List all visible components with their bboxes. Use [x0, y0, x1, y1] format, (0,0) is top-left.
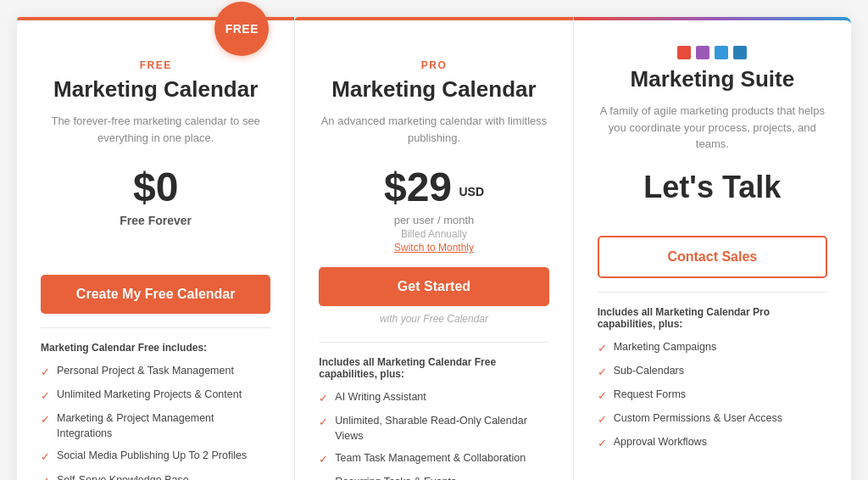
pro-card: PRO Marketing Calendar An advanced marke… [295, 17, 573, 480]
feature-text: Self-Serve Knowledge Base [57, 473, 189, 480]
check-icon: ✓ [319, 476, 328, 480]
free-card: FREE FREE Marketing Calendar The forever… [17, 17, 295, 480]
check-icon: ✓ [598, 341, 607, 356]
feature-list-pro: ✓ AI Writing Assistant ✓ Unlimited, Shar… [319, 390, 548, 480]
feature-text: Unlimited, Sharable Read-Only Calendar V… [335, 414, 548, 444]
check-icon: ✓ [41, 474, 50, 480]
plan-name-free: Marketing Calendar [41, 76, 270, 103]
price-label-free: Free Forever [41, 214, 270, 227]
feature-item: ✓ Social Media Publishing Up To 2 Profil… [41, 449, 270, 465]
plan-name-pro: Marketing Calendar [319, 76, 548, 103]
price-period-pro: per user / month [319, 214, 548, 226]
price-section-free: $0 [41, 164, 270, 210]
suite-dot-blue [715, 46, 728, 59]
divider-pro [319, 342, 548, 343]
feature-item: ✓ Approval Workflows [598, 435, 827, 451]
check-icon: ✓ [319, 415, 328, 430]
feature-item: ✓ Sub-Calendars [598, 364, 827, 380]
feature-item: ✓ Marketing Campaigns [598, 340, 827, 356]
feature-item: ✓ Marketing & Project Management Integra… [41, 411, 270, 441]
feature-item: ✓ Recurring Tasks & Events [319, 475, 548, 480]
pro-cta-button[interactable]: Get Started [319, 267, 548, 306]
features-title-suite: Includes all Marketing Calendar Pro capa… [598, 306, 827, 330]
feature-list-suite: ✓ Marketing Campaigns ✓ Sub-Calendars ✓ … [598, 340, 827, 452]
lets-talk: Let's Talk [598, 170, 827, 205]
check-icon: ✓ [598, 388, 607, 404]
feature-item: ✓ Request Forms [598, 388, 827, 404]
feature-item: ✓ Unlimited, Sharable Read-Only Calendar… [319, 414, 548, 444]
suite-icons [598, 46, 827, 59]
check-icon: ✓ [598, 365, 607, 380]
feature-item: ✓ Team Task Management & Collaboration [319, 451, 548, 467]
plan-type-free: FREE [41, 59, 270, 71]
feature-text: Social Media Publishing Up To 2 Profiles [57, 449, 247, 464]
plan-type-pro: PRO [319, 59, 548, 71]
check-icon: ✓ [41, 388, 50, 404]
plan-description-free: The forever-free marketing calendar to s… [41, 113, 270, 147]
feature-text: Marketing & Project Management Integrati… [57, 411, 270, 441]
pro-cta-subtitle: with your Free Calendar [319, 313, 548, 325]
features-title-free: Marketing Calendar Free includes: [41, 342, 270, 354]
feature-item: ✓ AI Writing Assistant [319, 390, 548, 406]
suite-card: Marketing Suite A family of agile market… [574, 17, 851, 480]
price-section-pro: $29 USD [319, 164, 548, 210]
feature-text: Recurring Tasks & Events [335, 475, 456, 480]
feature-item: ✓ Unlimited Marketing Projects & Content [41, 388, 270, 404]
feature-text: Marketing Campaigns [614, 340, 717, 355]
check-icon: ✓ [41, 449, 50, 465]
feature-item: ✓ Personal Project & Task Management [41, 364, 270, 380]
check-icon: ✓ [41, 365, 50, 380]
free-cta-button[interactable]: Create My Free Calendar [41, 275, 270, 314]
pricing-container: FREE FREE Marketing Calendar The forever… [17, 17, 851, 480]
suite-dot-purple [696, 46, 709, 59]
free-badge: FREE [214, 2, 269, 56]
feature-text: Request Forms [614, 388, 686, 403]
feature-text: Unlimited Marketing Projects & Content [57, 388, 242, 403]
check-icon: ✓ [598, 412, 607, 427]
suite-dot-darkblue [733, 46, 747, 59]
suite-cta-button[interactable]: Contact Sales [598, 236, 827, 278]
suite-dot-red [677, 46, 691, 59]
feature-text: Approval Workflows [614, 435, 707, 450]
feature-text: Sub-Calendars [614, 364, 684, 379]
divider-free [41, 327, 270, 328]
plan-description-suite: A family of agile marketing products tha… [598, 103, 827, 153]
features-title-pro: Includes all Marketing Calendar Free cap… [319, 356, 548, 380]
feature-text: AI Writing Assistant [335, 390, 426, 405]
feature-list-free: ✓ Personal Project & Task Management ✓ U… [41, 364, 270, 480]
feature-text: Team Task Management & Collaboration [335, 451, 526, 466]
feature-item: ✓ Self-Serve Knowledge Base [41, 473, 270, 480]
price-amount-free: $0 [133, 165, 178, 209]
price-switch-pro[interactable]: Switch to Monthly [319, 242, 548, 254]
price-usd-pro: USD [459, 185, 484, 198]
plan-description-pro: An advanced marketing calendar with limi… [319, 113, 548, 147]
feature-text: Personal Project & Task Management [57, 364, 234, 379]
divider-suite [598, 292, 827, 293]
plan-name-suite: Marketing Suite [598, 66, 827, 92]
card-top-bar-pro [295, 17, 572, 20]
feature-item: ✓ Custom Permissions & User Access [598, 411, 827, 427]
feature-text: Custom Permissions & User Access [614, 411, 782, 427]
check-icon: ✓ [41, 412, 50, 427]
price-amount-pro: $29 [384, 165, 452, 209]
check-icon: ✓ [319, 452, 328, 467]
price-billing-pro: Billed Annually [319, 228, 548, 240]
check-icon: ✓ [319, 391, 328, 406]
check-icon: ✓ [598, 436, 607, 451]
